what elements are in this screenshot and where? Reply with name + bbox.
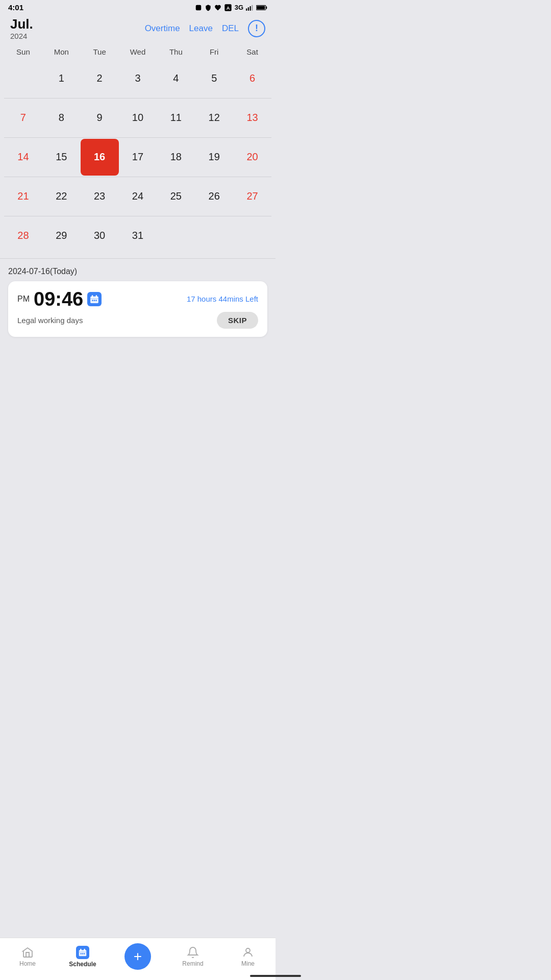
calendar: Sun Mon Tue Wed Thu Fri Sat 123456789101… bbox=[0, 44, 276, 254]
day-cell bbox=[233, 217, 271, 254]
week-separator bbox=[4, 177, 271, 177]
day-header-sun: Sun bbox=[4, 44, 42, 60]
day-header-fri: Fri bbox=[195, 44, 233, 60]
today-date-label: 2024-07-16(Today) bbox=[8, 267, 267, 276]
event-time-block: PM 09:46 bbox=[17, 289, 102, 309]
status-icons: A 3G bbox=[195, 4, 267, 12]
week-separator bbox=[4, 216, 271, 216]
day-cell[interactable]: 26 bbox=[195, 178, 233, 215]
status-time: 4:01 bbox=[8, 3, 23, 12]
calendar-header: Jul. 2024 Overtime Leave DEL ! bbox=[0, 14, 276, 44]
svg-point-17 bbox=[95, 300, 97, 301]
year-label: 2024 bbox=[10, 32, 33, 40]
day-cell[interactable]: 2 bbox=[81, 60, 119, 97]
status-bar: 4:01 A 3G bbox=[0, 0, 276, 14]
day-cell[interactable]: 16 bbox=[81, 139, 119, 176]
svg-rect-8 bbox=[266, 6, 267, 8]
day-cell[interactable]: 6 bbox=[233, 60, 271, 97]
event-time: 09:46 bbox=[34, 289, 83, 309]
hours-left: 17 hours 44mins Left bbox=[187, 295, 258, 303]
svg-rect-6 bbox=[252, 5, 253, 10]
day-cell[interactable]: 27 bbox=[233, 178, 271, 215]
day-headers: Sun Mon Tue Wed Thu Fri Sat bbox=[4, 44, 271, 60]
divider bbox=[0, 258, 276, 259]
day-cell[interactable]: 28 bbox=[4, 217, 42, 254]
overtime-button[interactable]: Overtime bbox=[145, 23, 180, 34]
day-cell[interactable]: 17 bbox=[119, 139, 157, 176]
svg-rect-13 bbox=[96, 295, 97, 298]
day-cell[interactable]: 5 bbox=[195, 60, 233, 97]
day-cell[interactable]: 21 bbox=[4, 178, 42, 215]
day-cell[interactable]: 3 bbox=[119, 60, 157, 97]
day-cell[interactable]: 8 bbox=[42, 100, 81, 136]
day-cell[interactable]: 7 bbox=[4, 100, 42, 136]
svg-rect-9 bbox=[257, 6, 265, 9]
day-cell[interactable]: 9 bbox=[81, 100, 119, 136]
today-section: 2024-07-16(Today) PM 09:46 17 hours 44mi… bbox=[0, 263, 276, 343]
day-header-tue: Tue bbox=[81, 44, 119, 60]
signal-icon bbox=[246, 4, 254, 11]
svg-text:A: A bbox=[226, 6, 230, 11]
day-header-wed: Wed bbox=[119, 44, 157, 60]
info-button[interactable]: ! bbox=[248, 20, 265, 37]
event-description: Legal working days bbox=[17, 316, 83, 325]
day-cell[interactable]: 14 bbox=[4, 139, 42, 176]
network-label: 3G bbox=[235, 4, 243, 11]
day-cell[interactable]: 12 bbox=[195, 100, 233, 136]
day-cell[interactable]: 11 bbox=[157, 100, 195, 136]
day-header-mon: Mon bbox=[42, 44, 81, 60]
svg-rect-12 bbox=[92, 295, 93, 298]
leave-button[interactable]: Leave bbox=[189, 23, 213, 34]
del-button[interactable]: DEL bbox=[222, 23, 239, 34]
week-separator bbox=[4, 137, 271, 138]
svg-rect-3 bbox=[246, 8, 247, 11]
day-cell bbox=[195, 217, 233, 254]
shield-icon bbox=[205, 4, 212, 11]
day-cell[interactable]: 23 bbox=[81, 178, 119, 215]
day-cell[interactable]: 1 bbox=[42, 60, 81, 97]
day-cell[interactable]: 25 bbox=[157, 178, 195, 215]
svg-rect-5 bbox=[250, 6, 251, 11]
week-separator bbox=[4, 98, 271, 99]
month-label: Jul. bbox=[10, 17, 33, 32]
skip-button[interactable]: SKIP bbox=[217, 312, 258, 329]
event-top-row: PM 09:46 17 hours 44mins Left bbox=[17, 289, 258, 309]
day-cell[interactable]: 30 bbox=[81, 217, 119, 254]
day-cell[interactable]: 29 bbox=[42, 217, 81, 254]
event-card: PM 09:46 17 hours 44mins Left Legal work… bbox=[8, 281, 267, 337]
calendar-small-icon bbox=[87, 292, 102, 306]
heart-icon bbox=[214, 4, 221, 11]
svg-rect-14 bbox=[90, 298, 98, 299]
day-cell[interactable]: 22 bbox=[42, 178, 81, 215]
day-cell[interactable]: 20 bbox=[233, 139, 271, 176]
calendar-grid: 1234567891011121314151617181920212223242… bbox=[4, 60, 271, 254]
svg-point-15 bbox=[92, 300, 93, 301]
svg-rect-0 bbox=[195, 5, 201, 10]
day-cell[interactable]: 15 bbox=[42, 139, 81, 176]
header-actions: Overtime Leave DEL ! bbox=[145, 20, 265, 37]
event-bottom-row: Legal working days SKIP bbox=[17, 312, 258, 329]
a-icon: A bbox=[224, 4, 232, 12]
day-cell[interactable]: 19 bbox=[195, 139, 233, 176]
svg-rect-4 bbox=[248, 7, 249, 11]
day-cell[interactable]: 13 bbox=[233, 100, 271, 136]
day-cell bbox=[157, 217, 195, 254]
day-cell[interactable]: 4 bbox=[157, 60, 195, 97]
notification-icon bbox=[195, 4, 202, 11]
event-ampm: PM bbox=[17, 295, 30, 304]
day-cell[interactable]: 24 bbox=[119, 178, 157, 215]
day-cell bbox=[4, 60, 42, 97]
day-header-sat: Sat bbox=[233, 44, 271, 60]
day-cell[interactable]: 10 bbox=[119, 100, 157, 136]
svg-point-16 bbox=[94, 300, 95, 301]
battery-icon bbox=[256, 5, 267, 11]
day-cell[interactable]: 31 bbox=[119, 217, 157, 254]
month-year: Jul. 2024 bbox=[10, 17, 33, 40]
day-header-thu: Thu bbox=[157, 44, 195, 60]
day-cell[interactable]: 18 bbox=[157, 139, 195, 176]
